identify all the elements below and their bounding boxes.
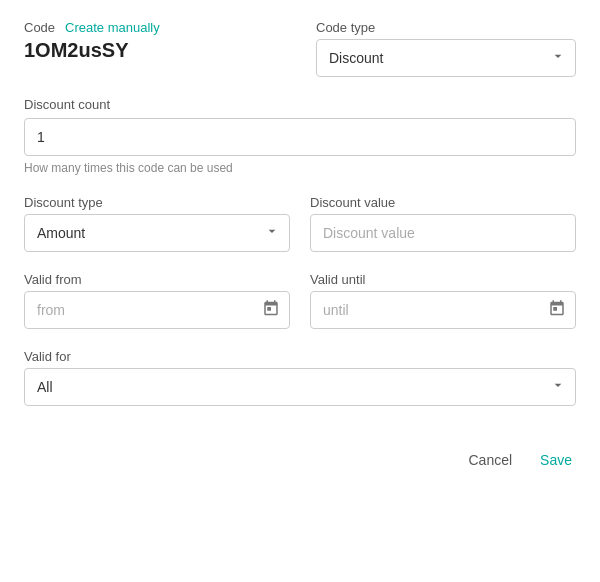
valid-from-label: Valid from	[24, 272, 290, 287]
discount-type-select[interactable]: Amount Percentage Fixed price	[24, 214, 290, 252]
code-type-select[interactable]: Discount Gift card Promotion	[316, 39, 576, 77]
discount-type-select-wrapper: Amount Percentage Fixed price	[24, 214, 290, 252]
discount-count-label: Discount count	[24, 97, 576, 112]
discount-count-input[interactable]	[24, 118, 576, 156]
valid-for-select[interactable]: All New customers Existing customers	[24, 368, 576, 406]
discount-type-label: Discount type	[24, 195, 290, 210]
save-button[interactable]: Save	[536, 446, 576, 474]
valid-from-wrapper	[24, 291, 290, 329]
code-value: 1OM2usSY	[24, 39, 160, 62]
code-type-select-wrapper: Discount Gift card Promotion	[316, 39, 576, 77]
discount-value-input[interactable]	[310, 214, 576, 252]
discount-count-hint: How many times this code can be used	[24, 161, 576, 175]
code-type-label: Code type	[316, 20, 576, 35]
valid-from-input[interactable]	[24, 291, 290, 329]
valid-until-wrapper	[310, 291, 576, 329]
cancel-button[interactable]: Cancel	[464, 446, 516, 474]
valid-for-select-wrapper: All New customers Existing customers	[24, 368, 576, 406]
valid-until-label: Valid until	[310, 272, 576, 287]
create-manually-link[interactable]: Create manually	[65, 20, 160, 35]
code-label: Code	[24, 20, 55, 35]
valid-until-input[interactable]	[310, 291, 576, 329]
discount-value-label: Discount value	[310, 195, 576, 210]
valid-for-label: Valid for	[24, 349, 576, 364]
